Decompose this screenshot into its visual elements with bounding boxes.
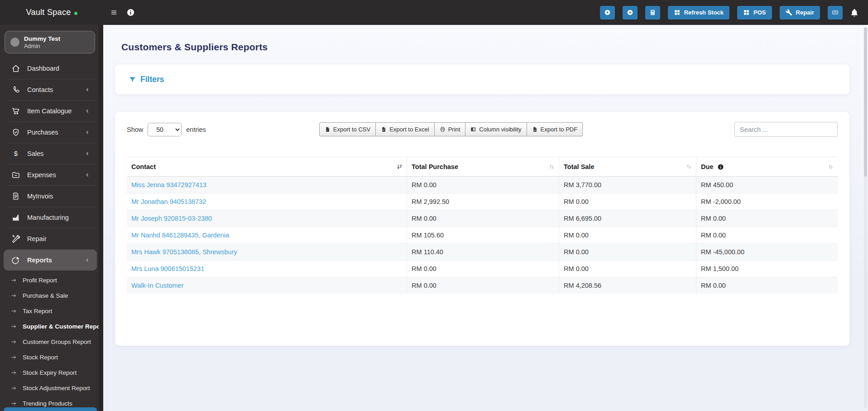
sidebar-item-contacts[interactable]: Contacts	[4, 79, 97, 100]
circle-down-button[interactable]	[600, 6, 615, 19]
columns-icon	[470, 126, 476, 132]
sidebar-subitem-supplier-customer-repo[interactable]: Supplier & Customer Repo	[0, 319, 99, 334]
sidebar: Dummy Test Admin DashboardContactsItem C…	[0, 25, 103, 411]
contact-link[interactable]: Miss Jenna 93472927413	[131, 181, 206, 189]
contact-link[interactable]: Walk-In Customer	[131, 282, 183, 289]
contact-link[interactable]: Mrs Luna 900615015231	[131, 265, 204, 272]
column-header-total-sale[interactable]: Total Sale	[559, 157, 696, 177]
total-purchase-cell: RM 110.40	[407, 244, 559, 261]
sidebar-item-label: Contacts	[27, 86, 53, 93]
calculator-button[interactable]	[645, 6, 660, 19]
hamburger-icon	[110, 9, 118, 16]
dollar-icon	[11, 149, 20, 158]
sidebar-item-sales[interactable]: Sales	[4, 143, 97, 164]
contact-cell: Walk-In Customer	[127, 277, 407, 294]
user-name: Dummy Test	[24, 35, 60, 43]
page-length-control: Show 50 entries	[127, 123, 206, 136]
due-cell: RM 0.00	[696, 227, 838, 244]
sidebar-subitem-profit-report[interactable]: Profit Report	[0, 272, 99, 288]
notifications-button[interactable]	[850, 8, 859, 17]
file-pdf-icon	[532, 126, 538, 132]
sidebar-nav: DashboardContactsItem CataloguePurchases…	[0, 54, 103, 411]
table-controls: Show 50 entries Export to CSVExport to E…	[127, 122, 838, 137]
contact-link[interactable]: Mr Joseph 920815-03-2380	[131, 215, 212, 222]
page-scrollbar[interactable]	[864, 27, 867, 408]
invoice-icon	[11, 192, 20, 201]
export-to-excel-button[interactable]: Export to Excel	[376, 122, 434, 136]
sidebar-subitem-label: Stock Report	[23, 354, 58, 361]
sidebar-subitem-purchase-sale[interactable]: Purchase & Sale	[0, 288, 99, 303]
main-content: Customers & Suppliers Reports Filters Sh…	[103, 25, 868, 411]
sidebar-item-item-catalogue[interactable]: Item Catalogue	[4, 101, 97, 121]
column-header-total-purchase[interactable]: Total Purchase	[407, 157, 559, 177]
sidebar-subitem-tax-report[interactable]: Tax Report	[0, 303, 99, 319]
refresh-stock-button[interactable]: Refresh Stock	[668, 6, 729, 19]
column-header-contact[interactable]: Contact	[127, 157, 407, 177]
contact-cell: Mrs Luna 900615015231	[127, 261, 407, 277]
sidebar-item-expenses[interactable]: Expenses	[4, 164, 97, 185]
arrow-right-icon	[10, 277, 17, 284]
table-body: Miss Jenna 93472927413RM 0.00RM 3,770.00…	[127, 177, 838, 294]
repair-button[interactable]: Repair	[780, 6, 820, 19]
scrollbar-thumb[interactable]	[864, 27, 867, 177]
search-input[interactable]	[734, 122, 838, 137]
due-cell: RM 450.00	[696, 177, 838, 193]
contact-link[interactable]: Mrs Hawk 9705138085, Shrewsbury	[131, 248, 237, 256]
sidebar-item-purchases[interactable]: Purchases	[4, 122, 97, 143]
sidebar-item-reports[interactable]: Reports	[4, 250, 97, 271]
sidebar-item-myinvois[interactable]: MyInvois	[4, 186, 97, 207]
arrow-right-icon	[10, 308, 17, 314]
reports-submenu: Profit ReportPurchase & SaleTax ReportSu…	[0, 271, 103, 411]
sidebar-partial-item[interactable]	[4, 407, 97, 411]
sidebar-subitem-stock-adjustment-report[interactable]: Stock Adjustment Report	[0, 380, 99, 396]
table-row: Walk-In CustomerRM 0.00RM 4,208.56RM 0.0…	[127, 277, 838, 294]
chevron-left-icon	[84, 150, 91, 157]
sidebar-subitem-customer-groups-report[interactable]: Customer Groups Report	[0, 334, 99, 349]
avatar	[10, 38, 19, 47]
column-header-due[interactable]: Due	[696, 157, 838, 177]
sidebar-subitem-label: Supplier & Customer Repo	[23, 323, 99, 330]
pos-button[interactable]: POS	[737, 6, 772, 19]
filters-panel[interactable]: Filters	[115, 64, 849, 94]
contact-link[interactable]: Mr Nanhd 8461289435, Gardenia	[131, 232, 229, 239]
calculator-icon	[649, 9, 656, 16]
arrow-right-icon	[10, 323, 17, 330]
sidebar-item-label: MyInvois	[27, 193, 53, 200]
sidebar-item-manufacturing[interactable]: Manufacturing	[4, 207, 97, 228]
export-to-pdf-button[interactable]: Export to PDF	[527, 122, 583, 136]
home-icon	[11, 64, 20, 73]
info-button[interactable]	[126, 8, 135, 17]
circle-plus-button[interactable]	[623, 6, 638, 19]
info-icon	[126, 8, 135, 17]
user-card[interactable]: Dummy Test Admin	[5, 31, 95, 53]
factory-icon	[11, 213, 20, 222]
bell-icon	[850, 8, 859, 17]
folder-icon	[11, 170, 20, 179]
file-excel-icon	[381, 126, 387, 132]
arrow-right-icon	[10, 292, 17, 299]
sidebar-item-repair[interactable]: Repair	[4, 228, 97, 249]
column-visibility-button[interactable]: Column visibility	[465, 122, 527, 136]
info-dark-icon[interactable]	[717, 164, 724, 170]
print-button[interactable]: Print	[435, 122, 466, 136]
pie-chart-icon	[11, 256, 20, 265]
sidebar-subitem-label: Profit Report	[23, 277, 57, 284]
sidebar-toggle-button[interactable]	[110, 9, 118, 16]
contact-link[interactable]: Mr Jonathan 9405138732	[131, 198, 206, 205]
contact-cell: Mr Joseph 920815-03-2380	[127, 210, 407, 227]
total-sale-cell: RM 3,770.00	[559, 177, 696, 193]
banknote-button[interactable]	[828, 6, 843, 19]
sidebar-item-dashboard[interactable]: Dashboard	[4, 58, 97, 79]
page-length-select[interactable]: 50	[148, 123, 182, 136]
topbar-actions: Refresh StockPOSRepair	[600, 6, 843, 19]
sidebar-subitem-stock-expiry-report[interactable]: Stock Expiry Report	[0, 365, 99, 380]
wrench-icon	[786, 9, 792, 16]
circle-plus-icon	[627, 9, 633, 16]
filters-label: Filters	[140, 75, 164, 84]
sort-icon	[686, 164, 692, 170]
sidebar-subitem-label: Tax Report	[23, 308, 52, 314]
sidebar-subitem-stock-report[interactable]: Stock Report	[0, 349, 99, 365]
arrow-right-icon	[10, 338, 17, 345]
filter-icon	[129, 76, 136, 83]
export-to-csv-button[interactable]: Export to CSV	[319, 122, 376, 136]
